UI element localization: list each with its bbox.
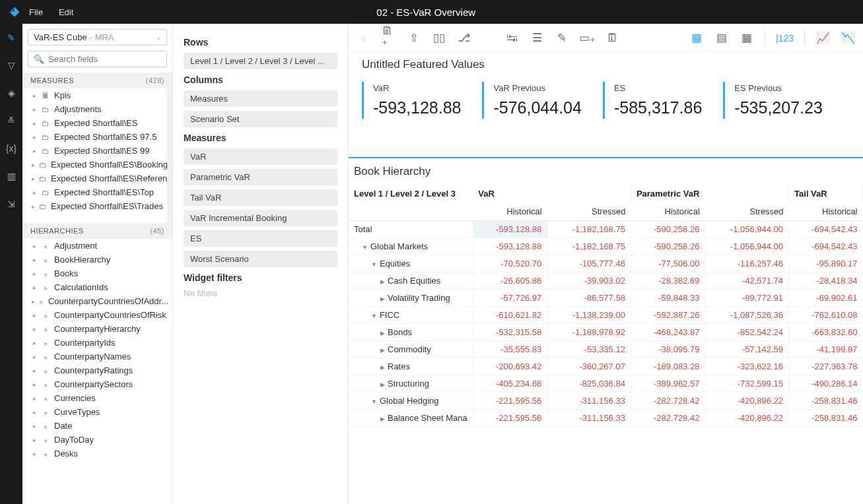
expand-collapse-icon[interactable]: ▼ (371, 261, 377, 268)
hierarchy-item[interactable]: ▸ₕCounterpartyCountriesOfAddr... (22, 294, 172, 308)
list-icon[interactable]: ☰ (530, 31, 544, 46)
table-row[interactable]: ▼Equities-70,520.70-105,777.46-77,506.00… (349, 255, 863, 272)
table-row[interactable]: ▼FICC-610,621.82-1,138,239.00-592,887.26… (349, 307, 863, 324)
column-chip[interactable]: Measures (184, 90, 337, 107)
hierarchy-item[interactable]: ▸ₕCounterpartyRatings (22, 363, 172, 377)
menu-edit[interactable]: Edit (59, 7, 73, 17)
expand-collapse-icon[interactable]: ▶ (380, 416, 385, 422)
calendar-icon[interactable]: 🗓 (605, 31, 619, 46)
expand-collapse-icon[interactable]: ▶ (380, 330, 385, 336)
measure-chip[interactable]: ES (184, 230, 337, 247)
cube-selector[interactable]: VaR-ES Cube - MRA ⌄ (28, 29, 167, 46)
expand-collapse-icon[interactable]: ▶ (380, 278, 385, 285)
hierarchies-header[interactable]: HIERARCHIES (45) (22, 223, 172, 239)
table-row[interactable]: ▶Rates-200,693.42-360,267.07-189,083.28-… (349, 358, 863, 375)
hierarchy-item[interactable]: ▸ₕCounterpartyHierarchy (22, 322, 172, 336)
table-row[interactable]: ▼Global Markets-593,128.88-1,182,168.75-… (349, 238, 863, 255)
search-fields[interactable]: 🔍 (28, 51, 167, 67)
hierarchy-item[interactable]: ▸ₕDayToDay (22, 433, 172, 447)
table1-icon[interactable]: ▦ (689, 31, 704, 46)
measures-header[interactable]: MEASURES (428) (22, 73, 172, 88)
measure-chip[interactable]: Worst Scenario (184, 251, 337, 267)
hierarchy-item[interactable]: ▸ₕDesks (22, 447, 172, 460)
measure-item[interactable]: ▸🗀Expected Shortfall\ES (22, 116, 167, 130)
book-icon[interactable]: ▯▯ (432, 31, 446, 46)
featured-card[interactable]: VaR-593,128.88 (362, 82, 461, 119)
colgroup-1[interactable]: Parametric VaR (631, 185, 788, 203)
measure-item[interactable]: ▸🗀Expected Shortfall\ES\Booking (22, 158, 167, 172)
data-grid[interactable]: Level 1 / Level 2 / Level 3 VaR Parametr… (349, 185, 863, 504)
measure-item[interactable]: ▸🖩Kpis (22, 88, 167, 102)
search-input[interactable] (48, 54, 161, 64)
expand-collapse-icon[interactable]: ▶ (380, 364, 385, 371)
featured-card[interactable]: VaR Previous-576,044.04 (482, 82, 581, 119)
expand-collapse-icon[interactable]: ▶ (380, 381, 385, 388)
colgroup-0[interactable]: VaR (473, 185, 631, 203)
export-icon[interactable]: ⇲ (5, 198, 17, 210)
expand-collapse-icon[interactable]: ▼ (371, 398, 377, 405)
measure-chip[interactable]: VaR Incremental Booking (184, 210, 337, 226)
table-row[interactable]: ▼Global Hedging-221,595.56-311,156.33-28… (349, 393, 863, 410)
table-row[interactable]: ▶Balance Sheet Mana-221,595.56-311,156.3… (349, 410, 863, 427)
expand-collapse-icon[interactable]: ▼ (371, 313, 377, 319)
featured-card[interactable]: ES Previous-535,207.23 (723, 82, 822, 119)
hierarchy-item[interactable]: ▸ₕCounterpartyNames (22, 350, 172, 363)
layers-icon[interactable]: ≚ (5, 115, 17, 127)
sub-col-header[interactable]: Stressed (547, 203, 631, 221)
table-row[interactable]: ▶Bonds-532,315.58-1,188,978.92-468,243.8… (349, 324, 863, 341)
table-row[interactable]: ▶Structuring-405,234.68-825,036.84-389,9… (349, 375, 863, 393)
number-icon[interactable]: |123 (776, 31, 794, 46)
measure-item[interactable]: ▸🗀Expected Shortfall\ES\Top (22, 185, 167, 199)
measure-item[interactable]: ▸🗀Expected Shortfall\ES\Trades (22, 199, 167, 213)
measure-item[interactable]: ▸🗀Expected Shortfall\ES\Referenc... (22, 172, 167, 185)
sub-col-header[interactable]: Historical (631, 203, 705, 221)
hierarchy-item[interactable]: ▸ₕCalculationIds (22, 280, 172, 294)
edit-icon[interactable]: ✎ (5, 32, 17, 44)
col-level-header[interactable]: Level 1 / Level 2 / Level 3 (349, 185, 473, 203)
back-icon[interactable]: ‹ (357, 31, 371, 46)
expand-collapse-icon[interactable]: ▶ (380, 347, 385, 354)
featured-card[interactable]: ES-585,317.86 (603, 82, 702, 119)
hierarchy-item[interactable]: ▸ₕDate (22, 419, 172, 433)
table2-icon[interactable]: ▤ (714, 31, 729, 46)
hierarchy-item[interactable]: ▸ₕBooks (22, 267, 172, 280)
hierarchy-item[interactable]: ▸ₕBookHierarchy (22, 253, 172, 267)
sub-col-header[interactable]: Historical (473, 203, 547, 221)
widget-icon[interactable]: ◈ (5, 87, 17, 99)
hierarchy-item[interactable]: ▸ₕCounterpartySectors (22, 377, 172, 391)
grid-icon[interactable]: ▥ (5, 170, 17, 182)
measure-item[interactable]: ▸🗀Expected Shortfall\ES 99 (22, 144, 167, 158)
filter-icon[interactable]: ▽ (5, 59, 17, 71)
measure-chip[interactable]: Parametric VaR (184, 169, 337, 185)
hierarchy-item[interactable]: ▸ₕCounterpartyIds (22, 336, 172, 350)
table-row[interactable]: Total-593,128.88-1,182,168.75-590,258.26… (349, 221, 863, 238)
sub-col-header[interactable]: Stressed (705, 203, 789, 221)
add-rect-icon[interactable]: ▭₊ (580, 31, 594, 46)
branch-icon[interactable]: ⎇ (457, 31, 471, 46)
tab-icon[interactable]: ⭾ (504, 31, 519, 46)
hierarchy-item[interactable]: ▸ₕCounterpartyCountriesOfRisk (22, 308, 172, 322)
chart1-icon[interactable]: 📈 (815, 31, 830, 46)
table-row[interactable]: ▶Commodity-35,555.83-53,335.12-38,095.79… (349, 341, 863, 358)
menu-file[interactable]: File (29, 7, 43, 17)
measure-item[interactable]: ▸🗀Expected Shortfall\ES 97.5 (22, 130, 167, 144)
table-row[interactable]: ▶Cash Equities-26,605.86-39,903.02-28,38… (349, 272, 863, 290)
expand-collapse-icon[interactable]: ▼ (362, 244, 368, 251)
measure-item[interactable]: ▸🗀Adjustments (22, 102, 167, 116)
colgroup-2[interactable]: Tail VaR (789, 185, 863, 203)
upload-icon[interactable]: ⇧ (407, 31, 421, 46)
hierarchy-item[interactable]: ▸ₕAdjustment (22, 239, 172, 253)
sub-col-header[interactable]: Historical (789, 203, 863, 221)
new-doc-icon[interactable]: 🗎⁺ (382, 31, 396, 46)
hierarchy-item[interactable]: ▸ₕCurrencies (22, 391, 172, 405)
expand-collapse-icon[interactable]: ▶ (380, 296, 385, 302)
chart2-icon[interactable]: 📉 (841, 31, 855, 46)
measure-chip[interactable]: VaR (184, 148, 337, 165)
table3-icon[interactable]: ▦ (740, 31, 754, 46)
pencil-icon[interactable]: ✎ (555, 31, 569, 46)
column-chip[interactable]: Scenario Set (184, 111, 337, 127)
rows-chip[interactable]: Level 1 / Level 2 / Level 3 / Level ... (184, 53, 337, 69)
hierarchy-item[interactable]: ▸ₕCurveTypes (22, 405, 172, 419)
braces-icon[interactable]: {x} (5, 142, 17, 154)
measure-chip[interactable]: Tail VaR (184, 189, 337, 206)
